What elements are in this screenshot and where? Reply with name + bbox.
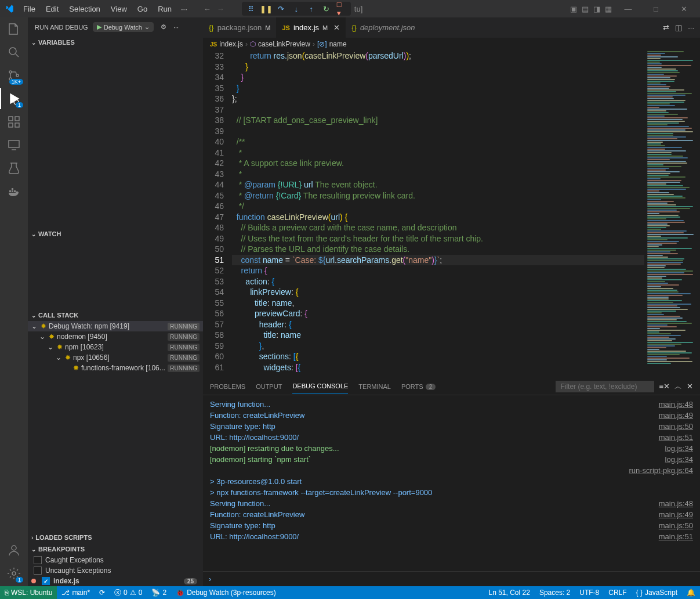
git-branch[interactable]: ⎇main* (57, 586, 95, 599)
source-control-icon[interactable]: 1K+ (6, 67, 22, 84)
breadcrumbs[interactable]: JS index.js › ⬡ caseLinkPreview › [⊘] na… (203, 38, 700, 50)
source-link[interactable]: log.js:34 (665, 443, 693, 454)
indentation[interactable]: Spaces: 2 (535, 589, 575, 597)
git-sync[interactable]: ⟳ (95, 586, 110, 599)
tab-problems[interactable]: PROBLEMS (210, 380, 245, 394)
source-link[interactable]: main.js:49 (659, 410, 693, 421)
remote-explorer-icon[interactable] (6, 137, 22, 153)
layout-left-icon[interactable]: ▣ (570, 5, 577, 13)
remote-indicator[interactable]: ⎘WSL: Ubuntu (0, 586, 57, 599)
notifications-icon[interactable]: 🔔 (682, 589, 700, 597)
launch-config-selector[interactable]: ▶ Debug Watch ⌄ (93, 22, 154, 32)
checkbox-icon[interactable] (34, 556, 42, 564)
restart-icon[interactable]: ↻ (322, 4, 331, 13)
callstack-body: ⌄✸Debug Watch: npm [9419]RUNNING⌄✸nodemo… (28, 321, 203, 373)
source-link[interactable]: run-script-pkg.js:64 (629, 465, 693, 476)
close-button[interactable]: ✕ (672, 1, 695, 17)
stop-icon[interactable]: □ ▾ (337, 4, 346, 13)
checkbox-icon[interactable] (34, 566, 42, 575)
pause-icon[interactable]: ❚❚ (262, 4, 271, 13)
source-link[interactable]: main.js:50 (659, 520, 693, 531)
menu-edit[interactable]: Edit (41, 2, 63, 16)
language-mode[interactable]: { }JavaScript (632, 589, 682, 597)
breakpoint-uncaught[interactable]: Uncaught Exceptions (28, 565, 203, 576)
docker-icon[interactable] (6, 183, 22, 200)
minimize-button[interactable]: — (616, 1, 640, 17)
more-actions-icon[interactable]: ··· (688, 23, 694, 32)
eol[interactable]: CRLF (604, 589, 631, 597)
callstack-row[interactable]: ⌄✸Debug Watch: npm [9419]RUNNING (28, 321, 203, 331)
tab-package-json[interactable]: {}package.jsonM (203, 17, 276, 38)
source-link[interactable]: main.js:48 (659, 399, 693, 410)
clear-console-icon[interactable]: ≡✕ (659, 382, 670, 391)
collapse-panel-icon[interactable]: ︿ (674, 381, 682, 392)
tab-deployment-json[interactable]: {}deployment.json (346, 17, 420, 38)
source-link[interactable]: main.js:50 (659, 421, 693, 432)
tab-output[interactable]: OUTPUT (256, 380, 282, 394)
bug-icon: ✸ (57, 343, 63, 351)
ports-status[interactable]: 📡2 (147, 586, 171, 599)
tab-ports[interactable]: PORTS2 (401, 380, 436, 394)
menu-view[interactable]: View (106, 2, 132, 16)
step-out-icon[interactable]: ↑ (307, 4, 316, 13)
callstack-row[interactable]: ✸functions-framework [106...RUNNING (28, 363, 203, 373)
source-link[interactable]: log.js:34 (665, 454, 693, 465)
close-panel-icon[interactable]: ✕ (687, 382, 693, 391)
step-into-icon[interactable]: ↓ (292, 4, 301, 13)
tab-terminal[interactable]: TERMINAL (358, 380, 391, 394)
debug-toolbar: ⠿ ❚❚ ↷ ↓ ↑ ↻ □ ▾ (242, 2, 351, 16)
extensions-icon[interactable] (6, 114, 22, 130)
nav-forward-icon[interactable]: → (217, 5, 224, 13)
variables-section-header[interactable]: ⌄VARIABLES (28, 37, 203, 48)
encoding[interactable]: UTF-8 (575, 589, 604, 597)
callstack-row[interactable]: ⌄✸npm [10623]RUNNING (28, 342, 203, 352)
tab-index-js[interactable]: JSindex.jsM✕ (276, 17, 346, 38)
menu-selection[interactable]: Selection (64, 2, 104, 16)
maximize-button[interactable]: □ (644, 1, 668, 17)
tab-debug-console[interactable]: DEBUG CONSOLE (292, 379, 348, 394)
more-icon[interactable]: ··· (173, 24, 179, 31)
watch-section-header[interactable]: ⌄WATCH (28, 228, 203, 240)
callstack-row[interactable]: ⌄✸npx [10656]RUNNING (28, 352, 203, 363)
menu-go[interactable]: Go (133, 2, 152, 16)
split-editor-icon[interactable]: ◫ (675, 23, 682, 32)
nav-back-icon[interactable]: ← (204, 5, 211, 13)
testing-icon[interactable] (6, 160, 22, 176)
step-over-icon[interactable]: ↷ (277, 4, 286, 13)
settings-icon[interactable]: 1 (6, 565, 22, 582)
minimap[interactable] (644, 50, 700, 377)
search-icon[interactable] (6, 44, 22, 60)
accounts-icon[interactable] (6, 542, 22, 558)
breakpoint-file[interactable]: ✓ index.js 25 (28, 576, 203, 586)
source-link[interactable]: main.js:49 (659, 509, 693, 520)
menu-file[interactable]: File (19, 2, 40, 16)
compare-changes-icon[interactable]: ⇄ (663, 23, 669, 32)
explorer-icon[interactable] (6, 21, 22, 37)
menu-run[interactable]: Run (153, 2, 176, 16)
source-link[interactable]: main.js:48 (659, 498, 693, 509)
loaded-scripts-header[interactable]: ›LOADED SCRIPTS (28, 532, 203, 543)
layout-right-icon[interactable]: ◨ (593, 5, 600, 13)
debug-console-body[interactable]: Serving function...main.js:48Function: c… (203, 395, 700, 571)
gear-icon[interactable]: ⚙ (161, 23, 166, 31)
panel-tabs: PROBLEMS OUTPUT DEBUG CONSOLE TERMINAL P… (203, 378, 700, 395)
console-filter-input[interactable] (556, 381, 654, 392)
layout-customize-icon[interactable]: ▦ (605, 5, 612, 13)
checkbox-icon[interactable]: ✓ (42, 577, 50, 585)
breakpoints-header[interactable]: ⌄BREAKPOINTS (28, 543, 203, 555)
layout-bottom-icon[interactable]: ▤ (582, 5, 589, 13)
menu-overflow-icon[interactable]: ··· (176, 2, 192, 16)
debug-console-input[interactable]: › (203, 571, 700, 586)
source-link[interactable]: main.js:51 (659, 531, 693, 542)
close-icon[interactable]: ✕ (333, 23, 340, 32)
breakpoint-caught[interactable]: Caught Exceptions (28, 555, 203, 565)
debug-status[interactable]: 🐞Debug Watch (3p-resources) (171, 586, 281, 599)
drag-handle-icon[interactable]: ⠿ (246, 4, 256, 13)
code-editor[interactable]: 3233343536373839404142434445464748495051… (203, 50, 644, 377)
problems-status[interactable]: ⓧ0 ⚠0 (110, 586, 147, 599)
callstack-section-header[interactable]: ⌄CALL STACK (28, 309, 203, 321)
callstack-row[interactable]: ⌄✸nodemon [9450]RUNNING (28, 331, 203, 342)
run-debug-icon[interactable]: 1 (6, 91, 22, 107)
cursor-position[interactable]: Ln 51, Col 22 (484, 589, 535, 597)
source-link[interactable]: main.js:51 (659, 432, 693, 443)
